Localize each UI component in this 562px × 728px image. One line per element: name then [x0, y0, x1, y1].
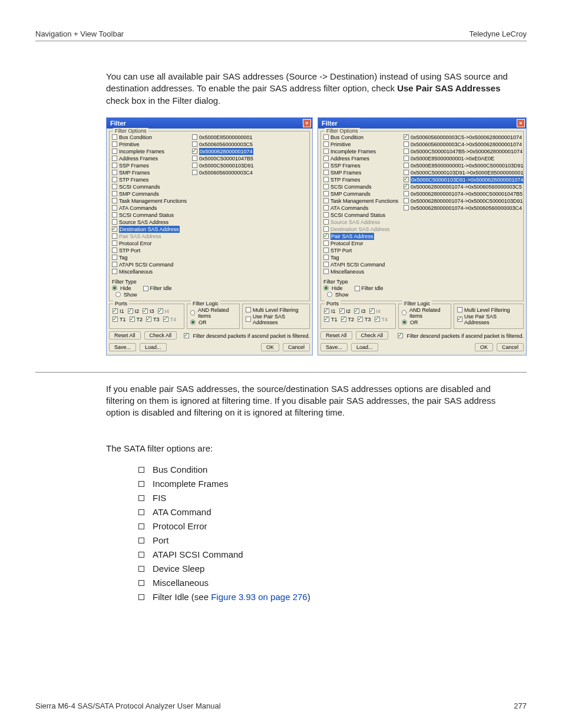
radio-or[interactable]: OR [402, 319, 448, 325]
tree-item[interactable]: Tag [323, 254, 400, 261]
address-item[interactable]: 0x50060560000003C5->0x5000628000001074 [404, 134, 524, 141]
address-item[interactable]: 0x50060560000003C5 [192, 141, 307, 148]
tree-item[interactable]: Primitive [323, 141, 400, 148]
check-all-button[interactable]: Check All [144, 331, 177, 340]
filter-descend-checkbox[interactable]: Filter descend packets if ascend packet … [184, 332, 310, 340]
tree-item[interactable]: SMP Commands [112, 190, 189, 197]
tree-item[interactable]: Source SAS Address [112, 219, 189, 226]
port-checkbox[interactable]: I1 [113, 308, 124, 314]
cancel-button[interactable]: Cancel [283, 343, 310, 351]
address-item[interactable]: 0x5000E85000000001 [192, 134, 307, 141]
save-button[interactable]: Save... [320, 343, 348, 351]
use-pair-sas-checkbox[interactable]: Use Pair SAS Addresses [246, 314, 306, 325]
tree-item[interactable]: Task Management Functions [112, 197, 189, 205]
radio-or[interactable]: OR [190, 319, 236, 325]
address-item[interactable]: 0x5000C50000103D91 [192, 162, 307, 169]
address-item[interactable]: 0x5000C500001047B5->0x5000628000001074 [404, 148, 524, 155]
port-checkbox[interactable]: I1 [324, 308, 336, 314]
tree-item[interactable]: Address Frames [323, 155, 400, 162]
tree-item[interactable]: STP Port [112, 247, 189, 254]
tree-item[interactable]: ATAPI SCSI Command [112, 261, 189, 268]
tree-item[interactable]: SCSI Command Status [323, 212, 400, 219]
port-checkbox[interactable]: I2 [128, 308, 140, 314]
tree-item[interactable]: Pair SAS Address [112, 233, 189, 240]
address-item[interactable]: 0x50060560000003C4->0x5000628000001074 [404, 141, 524, 148]
address-item[interactable]: 0x5000628000001074->0x5000C500001047B5 [404, 190, 524, 197]
close-icon[interactable]: × [303, 119, 311, 127]
tree-item[interactable]: Protocol Error [112, 240, 189, 247]
tree-item[interactable]: ATA Commands [112, 205, 189, 212]
address-item[interactable]: 0x5000E85000000001->0x5000C50000103D91 [404, 162, 524, 169]
address-item[interactable]: 0x5000C500001047B5 [192, 155, 307, 162]
port-checkbox[interactable]: T4 [163, 317, 177, 322]
radio-and[interactable]: AND Related Items [190, 307, 236, 319]
tree-item[interactable]: Destination SAS Address [112, 226, 189, 233]
address-item[interactable]: 0x5000E85000000001->0xE0AE0E [404, 155, 524, 162]
port-checkbox[interactable]: T2 [341, 317, 355, 322]
radio-hide[interactable]: Hide [112, 285, 137, 291]
radio-and[interactable]: AND Related Items [402, 307, 448, 319]
save-button[interactable]: Save... [109, 343, 136, 351]
port-checkbox[interactable]: T4 [375, 317, 388, 322]
tree-item[interactable]: SMP Commands [323, 190, 400, 197]
port-checkbox[interactable]: T2 [130, 317, 143, 322]
ok-button[interactable]: OK [475, 343, 493, 351]
figure-link[interactable]: Figure 3.93 on page 276 [211, 592, 307, 602]
close-icon[interactable]: × [517, 119, 525, 127]
tree-item[interactable]: Miscellaneous [323, 268, 400, 275]
port-checkbox[interactable]: I4 [369, 308, 381, 314]
tree-item[interactable]: SMP Frames [323, 169, 400, 176]
filter-idle-checkbox[interactable]: Filter Idle [143, 285, 172, 291]
address-list[interactable]: 0x5000E850000000010x50060560000003C50x50… [192, 134, 307, 275]
address-item[interactable]: 0x5000628000001074->0x5000C50000103D91 [404, 197, 524, 205]
tree-item[interactable]: SSP Frames [323, 162, 400, 169]
address-item[interactable]: 0x5000628000001074 [192, 148, 307, 155]
multi-level-filtering-checkbox[interactable]: Multi Level Filtering [246, 307, 306, 313]
tree-item[interactable]: STP Frames [112, 176, 189, 183]
tree-item[interactable]: Destination SAS Address [323, 226, 400, 233]
tree-item[interactable]: SCSI Command Status [112, 212, 189, 219]
port-checkbox[interactable]: I3 [143, 308, 154, 314]
radio-show[interactable]: Show [115, 292, 137, 298]
tree-item[interactable]: STP Port [323, 247, 400, 254]
reset-all-button[interactable]: Reset All [109, 331, 141, 340]
tree-item[interactable]: SSP Frames [112, 162, 189, 169]
tree-item[interactable]: STP Frames [323, 176, 400, 183]
address-item[interactable]: 0x5000628000001074->0x50060560000003C4 [404, 205, 524, 212]
address-item[interactable]: 0x50060560000003C4 [192, 169, 307, 176]
tree-item[interactable]: Primitive [112, 141, 189, 148]
reset-all-button[interactable]: Reset All [320, 331, 352, 340]
tree-item[interactable]: Incomplete Frames [112, 148, 189, 155]
filter-tree[interactable]: Bus ConditionPrimitiveIncomplete FramesA… [112, 134, 189, 275]
cancel-button[interactable]: Cancel [497, 343, 524, 351]
tree-item[interactable]: Pair SAS Address [323, 233, 400, 240]
tree-item[interactable]: Miscellaneous [112, 268, 189, 275]
filter-descend-checkbox[interactable]: Filter descend packets if ascend packet … [398, 332, 524, 340]
filter-idle-checkbox[interactable]: Filter Idle [355, 285, 384, 291]
tree-item[interactable]: ATAPI SCSI Command [323, 261, 400, 268]
address-item[interactable]: 0x5000C50000103D91->0x5000628000001074 [404, 176, 524, 183]
check-all-button[interactable]: Check All [356, 331, 389, 340]
port-checkbox[interactable]: T3 [358, 317, 371, 322]
tree-item[interactable]: SCSI Commands [112, 183, 189, 190]
port-checkbox[interactable]: T3 [146, 317, 160, 322]
address-item[interactable]: 0x5000C50000103D91->0x5000E85000000001 [404, 169, 524, 176]
ok-button[interactable]: OK [261, 343, 279, 351]
address-item[interactable]: 0x5000628000001074->0x50060560000003C5 [404, 183, 524, 190]
tree-item[interactable]: Tag [112, 254, 189, 261]
multi-level-filtering-checkbox[interactable]: Multi Level Filtering [457, 307, 520, 313]
radio-show[interactable]: Show [327, 292, 349, 298]
use-pair-sas-checkbox[interactable]: Use Pair SAS Addresses [457, 314, 520, 325]
tree-item[interactable]: Task Management Functions [323, 197, 400, 205]
tree-item[interactable]: Bus Condition [323, 134, 400, 141]
load-button[interactable]: Load... [140, 343, 167, 351]
tree-item[interactable]: Incomplete Frames [323, 148, 400, 155]
tree-item[interactable]: Protocol Error [323, 240, 400, 247]
port-checkbox[interactable]: I3 [354, 308, 366, 314]
tree-item[interactable]: Address Frames [112, 155, 189, 162]
tree-item[interactable]: Bus Condition [112, 134, 189, 141]
tree-item[interactable]: ATA Commands [323, 205, 400, 212]
tree-item[interactable]: SCSI Commands [323, 183, 400, 190]
port-checkbox[interactable]: I2 [339, 308, 351, 314]
load-button[interactable]: Load... [351, 343, 378, 351]
